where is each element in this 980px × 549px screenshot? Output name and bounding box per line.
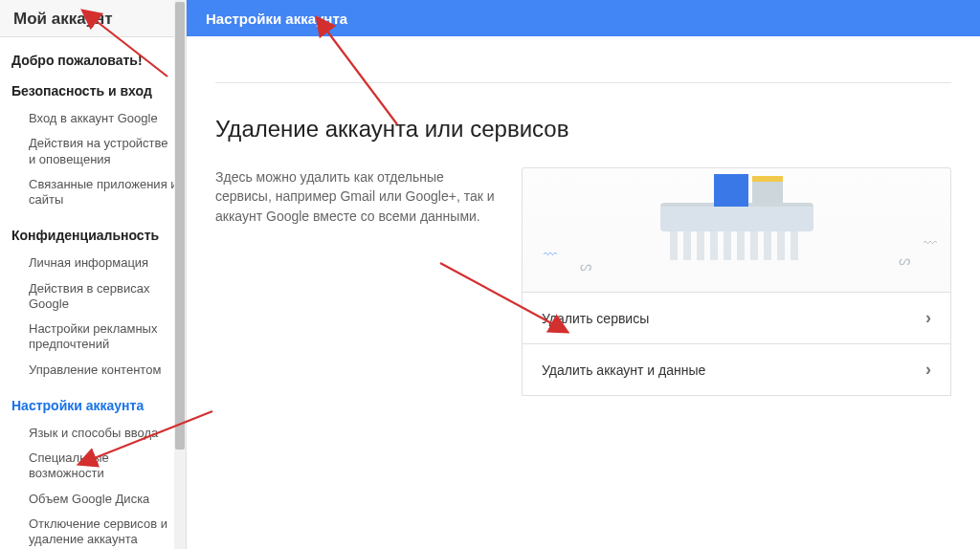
sidebar-scrollbar-track[interactable]: [174, 0, 186, 549]
shred-strip: [683, 231, 691, 260]
nav-personal-info[interactable]: Личная информация: [11, 251, 178, 275]
confetti-icon: 〰: [544, 247, 557, 262]
nav-language-input[interactable]: Язык и способы ввода: [11, 421, 178, 446]
sidebar: Мой аккаунт Добро пожаловать! Безопаснос…: [0, 0, 187, 549]
shredder-icon: [660, 203, 813, 231]
shred-strip: [791, 231, 798, 260]
sidebar-header[interactable]: Мой аккаунт: [0, 0, 186, 37]
main-content: Удаление аккаунта или сервисов Здесь мож…: [187, 36, 980, 549]
nav-content-mgmt[interactable]: Управление контентом: [11, 358, 178, 383]
shred-strip: [737, 231, 745, 260]
nav-device-activity[interactable]: Действия на устройстве и оповещения: [11, 131, 178, 172]
option-delete-account-label: Удалить аккаунт и данные: [542, 362, 705, 378]
chevron-right-icon: ›: [925, 308, 931, 328]
ribbon-icon: 〰: [924, 235, 937, 251]
nav-login-google[interactable]: Вход в аккаунт Google: [11, 106, 178, 131]
topbar-title: Настройки аккаунта: [206, 11, 347, 27]
option-delete-services[interactable]: Удалить сервисы ›: [522, 292, 951, 344]
shred-strip: [777, 231, 785, 260]
chevron-right-icon: ›: [925, 360, 931, 380]
divider: [215, 82, 951, 83]
options-card: 〰 ᔕ ᔕ 〰 Удалить сервисы › Удалить аккаун…: [522, 167, 951, 396]
sidebar-section-settings[interactable]: Настройки аккаунта: [11, 398, 178, 413]
shred-strip: [710, 231, 718, 260]
nav-connected-apps[interactable]: Связанные приложения и сайты: [11, 172, 178, 213]
sidebar-section-security[interactable]: Безопасность и вход: [11, 83, 178, 99]
shredder-illustration: 〰 ᔕ ᔕ 〰: [522, 167, 951, 292]
ribbon-icon: ᔕ: [580, 258, 591, 274]
ribbon-icon: ᔕ: [899, 253, 910, 268]
topbar: Настройки аккаунта: [187, 0, 980, 36]
sidebar-scrollbar-thumb[interactable]: [175, 2, 185, 450]
sidebar-body: Добро пожаловать! Безопасность и вход Вх…: [0, 37, 186, 549]
nav-drive-storage[interactable]: Объем Google Диска: [11, 487, 178, 512]
intro-text: Здесь можно удалить как отдельные сервис…: [215, 167, 522, 396]
option-delete-account[interactable]: Удалить аккаунт и данные ›: [522, 344, 951, 396]
content-row: Здесь можно удалить как отдельные сервис…: [215, 167, 951, 396]
shred-strip: [764, 231, 771, 260]
sidebar-welcome[interactable]: Добро пожаловать!: [11, 53, 178, 68]
shred-strip: [724, 231, 731, 260]
nav-accessibility[interactable]: Специальные возможности: [11, 446, 178, 487]
nav-ads-prefs[interactable]: Настройки рекламных предпочтений: [11, 317, 178, 358]
page-title: Удаление аккаунта или сервисов: [215, 116, 951, 143]
nav-google-activity[interactable]: Действия в сервисах Google: [11, 276, 178, 318]
sidebar-section-privacy[interactable]: Конфиденциальность: [11, 228, 178, 243]
option-delete-services-label: Удалить сервисы: [542, 311, 649, 326]
nav-delete-services[interactable]: Отключение сервисов и удаление аккаунта: [11, 512, 178, 549]
shred-strip: [670, 231, 678, 260]
shred-strip: [697, 231, 704, 260]
shred-strip: [750, 231, 758, 260]
